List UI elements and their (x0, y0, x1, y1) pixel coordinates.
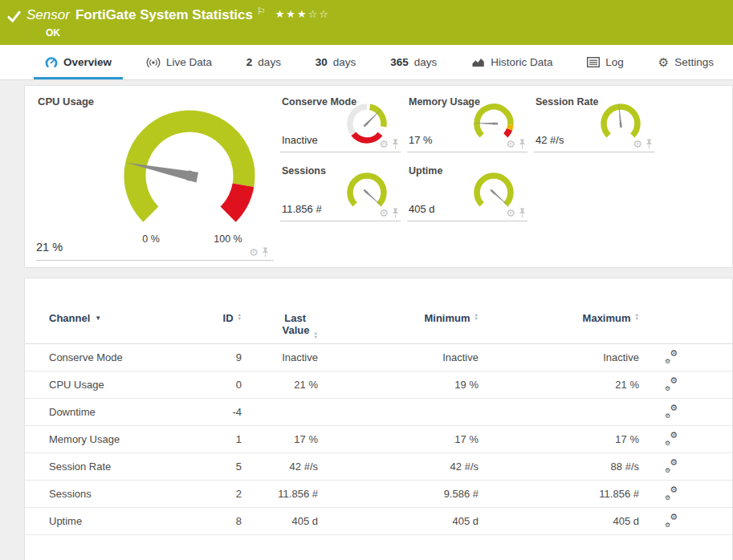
gauge-settings-gear-icon[interactable]: ⚙ (249, 247, 259, 258)
gauge-pin-icon[interactable] (519, 208, 526, 218)
gauge-pin-icon[interactable] (262, 247, 269, 258)
page-content: CPU Usage 0 % 100 % 21 % ⚙ Conserve Mode… (0, 80, 733, 560)
channel-maximum: 17 % (478, 433, 639, 445)
gauge-conserve-mode: Conserve ModeInactive⚙ (280, 94, 401, 152)
gauge-pin-icon[interactable] (645, 139, 653, 149)
sensor-header: Sensor FortiGate System Statistics ⚐ ★★★… (0, 0, 733, 45)
gauge-settings-gear-icon[interactable]: ⚙ (379, 139, 389, 149)
column-header-actions (639, 312, 703, 343)
channel-settings-icon[interactable]: ⚙⚙ (665, 433, 678, 445)
channel-last-value: 21 % (242, 379, 318, 391)
channel-settings-icon[interactable]: ⚙⚙ (665, 515, 678, 527)
channel-minimum: 405 d (318, 515, 478, 527)
tab-historic-data[interactable]: Historic Data (460, 45, 564, 79)
column-header-last-value[interactable]: Last Value▲▼ (242, 312, 318, 343)
channel-settings-icon[interactable]: ⚙⚙ (665, 461, 678, 473)
tab-label: days (333, 56, 356, 68)
channel-minimum: 9.586 # (318, 488, 478, 500)
table-row: Memory Usage117 %17 %17 %⚙⚙ (25, 426, 732, 453)
column-header-maximum[interactable]: Maximum ▲▼ (478, 312, 639, 343)
gauge-title: Uptime (409, 165, 442, 177)
object-kind-label: Sensor (26, 7, 70, 23)
channel-maximum: 88 #/s (478, 461, 639, 473)
gauge-pin-icon[interactable] (392, 208, 399, 218)
channel-name[interactable]: CPU Usage (49, 379, 193, 391)
channel-minimum: Inactive (318, 351, 478, 363)
channel-maximum: 11.856 # (478, 488, 639, 500)
gauge-value: Inactive (282, 134, 318, 146)
table-row: Sessions211.856 #9.586 #11.856 #⚙⚙ (25, 481, 732, 508)
channel-last-value: 17 % (242, 433, 318, 445)
tab-label: Live Data (166, 56, 212, 68)
channel-id: 2 (193, 488, 242, 500)
table-row: Session Rate542 #/s42 #/s88 #/s⚙⚙ (25, 453, 732, 481)
channel-settings-icon[interactable]: ⚙⚙ (665, 406, 678, 418)
gauge-pin-icon[interactable] (392, 139, 399, 149)
gauge-value: 11.856 # (282, 203, 322, 215)
gauge-uptime: Uptime405 d⚙ (407, 163, 527, 221)
channel-name[interactable]: Session Rate (49, 461, 193, 473)
gauge-pin-icon[interactable] (519, 139, 526, 149)
column-header-channel[interactable]: Channel ▼ (49, 312, 193, 343)
gauge-value: 17 % (409, 134, 433, 146)
gauge-icon (45, 56, 58, 69)
channel-id: 5 (193, 461, 242, 473)
channel-maximum: 21 % (478, 379, 639, 391)
tab-label: Log (605, 56, 624, 68)
table-header: Channel ▼ ID ▲▼ Last Value▲▼ Minimum ▲▼ … (25, 312, 732, 344)
gauge-title: Memory Usage (409, 96, 480, 108)
column-header-id[interactable]: ID ▲▼ (193, 312, 242, 343)
channel-last-value: Inactive (242, 351, 318, 363)
gauge-settings-gear-icon[interactable]: ⚙ (506, 208, 515, 218)
table-row: Downtime-4⚙⚙ (25, 399, 732, 426)
gauge-sessions: Sessions11.856 #⚙ (280, 163, 401, 221)
channel-name[interactable]: Memory Usage (49, 433, 193, 445)
channel-name[interactable]: Downtime (49, 406, 193, 418)
tab-2-days[interactable]: 2days (235, 45, 292, 79)
channel-last-value: 405 d (242, 515, 318, 527)
table-row: Uptime8405 d405 d405 d⚙⚙ (25, 508, 732, 535)
tab-bar: OverviewLive Data2days30days365daysHisto… (0, 45, 733, 80)
column-header-minimum[interactable]: Minimum ▲▼ (318, 312, 478, 343)
log-icon (587, 57, 600, 67)
tab-log[interactable]: Log (576, 45, 635, 79)
settings-gear-icon: ⚙ (658, 56, 669, 68)
gauge-value: 405 d (409, 203, 435, 215)
gauge-settings-gear-icon[interactable]: ⚙ (506, 139, 515, 149)
small-gauges-grid: Conserve ModeInactive⚙Memory Usage17 %⚙S… (280, 94, 654, 221)
gauge-title: Sessions (282, 165, 326, 177)
channel-last-value: 42 #/s (242, 461, 318, 473)
tab-number: 30 (316, 56, 328, 68)
channel-minimum: 42 #/s (318, 461, 478, 473)
gauge-dial (109, 103, 270, 232)
channel-maximum: Inactive (478, 351, 639, 363)
channel-name[interactable]: Conserve Mode (49, 351, 193, 363)
sensor-status-badge: OK (46, 27, 330, 39)
tab-label: days (414, 56, 438, 68)
channel-settings-icon[interactable]: ⚙⚙ (665, 379, 678, 391)
channel-id: 0 (193, 379, 242, 391)
gauge-settings-gear-icon[interactable]: ⚙ (379, 208, 389, 218)
gauges-panel: CPU Usage 0 % 100 % 21 % ⚙ Conserve Mode… (24, 85, 733, 268)
tab-settings[interactable]: ⚙Settings (647, 45, 725, 79)
gauge-session-rate: Session Rate42 #/s⚙ (534, 94, 654, 152)
tab-label: Settings (674, 56, 714, 68)
channel-name[interactable]: Uptime (49, 515, 193, 527)
gauge-settings-gear-icon[interactable]: ⚙ (633, 139, 642, 149)
channel-settings-icon[interactable]: ⚙⚙ (665, 488, 678, 500)
channel-last-value: 11.856 # (242, 488, 318, 500)
priority-flag-icon[interactable]: ⚐ (257, 3, 266, 19)
channel-id: 9 (193, 351, 242, 363)
tab-30-days[interactable]: 30days (304, 45, 368, 79)
sort-icon: ▲▼ (474, 313, 478, 321)
sort-icon: ▲▼ (635, 313, 639, 321)
tab-365-days[interactable]: 365days (379, 45, 448, 79)
tab-overview[interactable]: Overview (34, 45, 123, 79)
channel-name[interactable]: Sessions (49, 488, 193, 500)
tab-live-data[interactable]: Live Data (135, 45, 223, 79)
gauge-title: Session Rate (535, 96, 599, 108)
historic-data-icon (471, 57, 485, 67)
priority-stars[interactable]: ★★★☆☆ (275, 6, 330, 22)
gauge-cpu-usage: CPU Usage 0 % 100 % 21 % ⚙ (25, 86, 280, 267)
channel-settings-icon[interactable]: ⚙⚙ (665, 351, 678, 363)
